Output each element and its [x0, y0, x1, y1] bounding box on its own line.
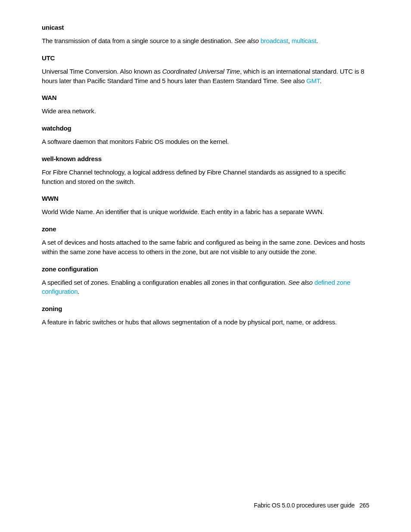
glossary-entry: watchdog A software daemon that monitors… [42, 124, 369, 146]
term-wwn: WWN [42, 195, 369, 202]
definition-text: A set of devices and hosts attached to t… [42, 238, 369, 257]
term-utc: UTC [42, 54, 369, 62]
sep: , [288, 37, 292, 44]
link-multicast[interactable]: multicast [292, 37, 316, 44]
glossary-entry: UTC Universal Time Conversion. Also know… [42, 54, 369, 86]
glossary-entry: zoning A feature in fabric switches or h… [42, 305, 369, 327]
term-watchdog: watchdog [42, 124, 369, 132]
footer-text: Fabric OS 5.0.0 procedures user guide [254, 502, 355, 509]
link-gmt[interactable]: GMT [306, 77, 320, 84]
definition-text: For Fibre Channel technology, a logical … [42, 168, 369, 187]
def-pre: A specified set of zones. Enabling a con… [42, 279, 288, 286]
glossary-entry: unicast The transmission of data from a … [42, 24, 369, 46]
definition-text: The transmission of data from a single s… [42, 36, 369, 46]
def-pre: The transmission of data from a single s… [42, 37, 234, 44]
definition-text: A software daemon that monitors Fabric O… [42, 137, 369, 146]
glossary-entry: well-known address For Fibre Channel tec… [42, 155, 369, 187]
post: . [316, 37, 318, 44]
page-number: 265 [359, 502, 369, 509]
post: . [78, 288, 79, 295]
italic-text: Coordinated Universal Time [162, 68, 240, 75]
term-wan: WAN [42, 94, 369, 101]
term-well-known-address: well-known address [42, 155, 369, 162]
page-footer: Fabric OS 5.0.0 procedures user guide 26… [254, 502, 369, 509]
glossary-entry: zone configuration A specified set of zo… [42, 265, 369, 297]
see-also-label: See also [234, 37, 259, 44]
term-zone-configuration: zone configuration [42, 265, 369, 273]
see-also-label: See also [288, 279, 313, 286]
glossary-content: unicast The transmission of data from a … [0, 0, 411, 327]
glossary-entry: WWN World Wide Name. An identifier that … [42, 195, 369, 217]
glossary-entry: WAN Wide area network. [42, 94, 369, 116]
term-zoning: zoning [42, 305, 369, 312]
definition-text: A specified set of zones. Enabling a con… [42, 278, 369, 297]
def-pre: Universal Time Conversion. Also known as [42, 68, 162, 75]
term-unicast: unicast [42, 24, 369, 31]
post: . [320, 77, 321, 84]
link-broadcast[interactable]: broadcast [261, 37, 288, 44]
term-zone: zone [42, 225, 369, 233]
definition-text: A feature in fabric switches or hubs tha… [42, 317, 369, 327]
definition-text: World Wide Name. An identifier that is u… [42, 207, 369, 217]
definition-text: Wide area network. [42, 106, 369, 116]
definition-text: Universal Time Conversion. Also known as… [42, 67, 369, 86]
glossary-entry: zone A set of devices and hosts attached… [42, 225, 369, 257]
